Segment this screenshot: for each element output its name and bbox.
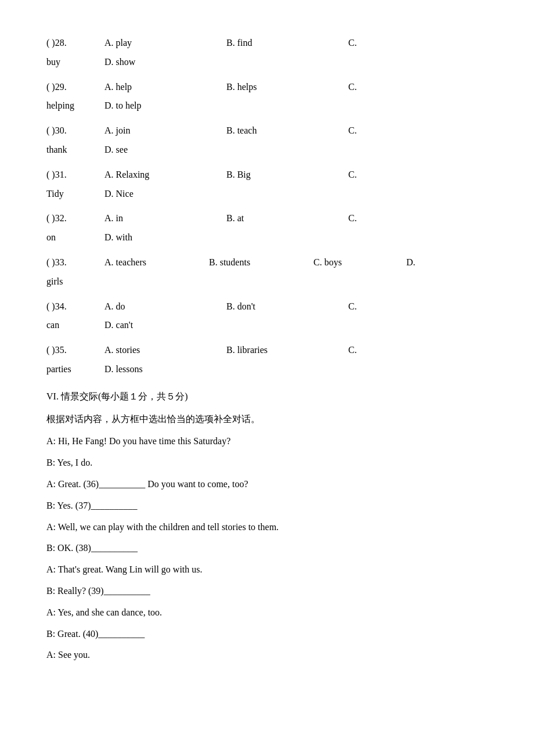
q34-second-line: can D. can't [46,317,488,334]
q32-optC: C. [348,210,395,227]
q28-optB: B. find [226,35,342,52]
q35-optC: C. [348,342,395,359]
q30-optC: C. [348,123,395,139]
question-35: ( )35. A. stories B. libraries C. [46,342,488,359]
q28-second-line: buy D. show [46,54,488,71]
q28-optD: D. show [104,54,135,71]
q30-optA: A. join [104,123,221,139]
dialogue-line-9: B: Great. (40)__________ [46,626,488,643]
q34-optD: D. can't [104,317,133,334]
q33-optD-end: D. [406,254,416,271]
dialogue-line-8: A: Yes, and she can dance, too. [46,604,488,621]
dialogue-line-1: B: Yes, I do. [46,455,488,471]
section-vi-header: VI. 情景交际(每小题１分，共５分) [46,388,488,405]
question-28: ( )28. A. play B. find C. [46,35,488,52]
q32-optD-label: on [46,229,104,246]
q31-optA: A. Relaxing [104,167,221,183]
dialogue-line-2: A: Great. (36)__________ Do you want to … [46,476,488,493]
q31-label: ( )31. [46,167,104,183]
question-33: ( )33. A. teachers B. students C. boys D… [46,254,488,271]
dialogue-line-6: A: That's great. Wang Lin will go with u… [46,561,488,578]
q30-optD-label: thank [46,142,104,159]
q33-optA: A. teachers [104,254,209,271]
q31-second-line: Tidy D. Nice [46,186,488,203]
q35-label: ( )35. [46,342,104,359]
q35-optD-label: parties [46,361,104,378]
dialogue-line-4: A: Well, we can play with the children a… [46,519,488,536]
dialogue-line-0: A: Hi, He Fang! Do you have time this Sa… [46,433,488,450]
q31-optD: D. Nice [104,186,134,203]
q35-second-line: parties D. lessons [46,361,488,378]
q34-optD-label: can [46,317,104,334]
dialogue-line-5: B: OK. (38)__________ [46,540,488,557]
question-34: ( )34. A. do B. don't C. [46,298,488,315]
q35-optB: B. libraries [226,342,342,359]
q32-optD: D. with [104,229,132,246]
question-32: ( )32. A. in B. at C. [46,210,488,227]
q35-optA: A. stories [104,342,221,359]
q32-label: ( )32. [46,210,104,227]
q29-optB: B. helps [226,79,342,96]
q28-optD-label: buy [46,54,104,71]
q30-second-line: thank D. see [46,142,488,159]
q29-optD: D. to help [104,98,142,114]
section-vi: VI. 情景交际(每小题１分，共５分) 根据对话内容，从方框中选出恰当的选项补全… [46,388,488,664]
q33-second-line: girls [46,273,488,290]
question-30: ( )30. A. join B. teach C. [46,123,488,139]
q30-optB: B. teach [226,123,342,139]
q33-label: ( )33. [46,254,104,271]
q34-optA: A. do [104,298,221,315]
question-31: ( )31. A. Relaxing B. Big C. [46,167,488,183]
q30-label: ( )30. [46,123,104,139]
q29-optA: A. help [104,79,221,96]
q33-optC: C. boys [313,254,406,271]
q29-second-line: helping D. to help [46,98,488,114]
q29-optC: C. [348,79,395,96]
q32-optB: B. at [226,210,342,227]
q34-label: ( )34. [46,298,104,315]
q34-optC: C. [348,298,395,315]
q34-optB: B. don't [226,298,342,315]
q33-optB: B. students [209,254,313,271]
question-29: ( )29. A. help B. helps C. [46,79,488,96]
q28-label: ( )28. [46,35,104,52]
q29-label: ( )29. [46,79,104,96]
q32-second-line: on D. with [46,229,488,246]
q31-optB: B. Big [226,167,342,183]
q28-optC: C. [348,35,395,52]
q31-optC: C. [348,167,395,183]
q35-optD: D. lessons [104,361,143,378]
dialogue-line-7: B: Really? (39)__________ [46,583,488,600]
section-vi-instruction: 根据对话内容，从方框中选出恰当的选项补全对话。 [46,411,488,428]
q30-optD: D. see [104,142,128,159]
dialogue-container: A: Hi, He Fang! Do you have time this Sa… [46,433,488,664]
q32-optA: A. in [104,210,221,227]
q33-optD-label: girls [46,273,63,290]
q31-optD-label: Tidy [46,186,104,203]
q29-optD-label: helping [46,98,104,114]
dialogue-line-10: A: See you. [46,647,488,664]
dialogue-line-3: B: Yes. (37)__________ [46,498,488,514]
q28-optA: A. play [104,35,221,52]
